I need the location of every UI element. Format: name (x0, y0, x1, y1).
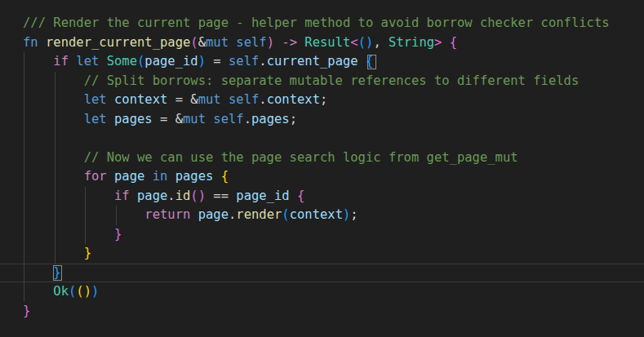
token (23, 227, 114, 242)
token (23, 112, 84, 126)
token: let (84, 92, 114, 107)
token: ) (343, 207, 350, 222)
token (23, 207, 144, 222)
token: self (229, 92, 259, 107)
token: self (229, 54, 259, 69)
token: if (53, 54, 76, 69)
token: // Now we can use the page search logic … (84, 150, 518, 165)
token (442, 35, 449, 50)
token: ( (69, 284, 76, 299)
token (23, 169, 84, 184)
token (23, 150, 84, 165)
code-line[interactable]: } (23, 244, 610, 264)
token: { (450, 35, 457, 50)
code-line[interactable]: let context = &mut self.context; (23, 91, 610, 110)
token (23, 92, 84, 107)
code-line[interactable]: Ok(()) (23, 282, 610, 302)
token (297, 35, 304, 50)
token: . (167, 188, 175, 203)
token: current_page (267, 54, 366, 69)
token: { (297, 188, 304, 203)
token: ( (190, 35, 198, 50)
token: if (114, 188, 137, 203)
token: ) (84, 284, 91, 299)
code-line[interactable]: /// Render the current page - helper met… (23, 14, 610, 33)
token: ; (320, 92, 327, 107)
token: . (259, 92, 266, 107)
token: ) (366, 35, 373, 50)
token (23, 54, 53, 69)
token: = (206, 54, 229, 69)
token: fn (23, 35, 46, 50)
token: ; (350, 207, 358, 222)
token: mut (183, 112, 213, 126)
code-line[interactable]: if let Some(page_id) = self.current_page… (23, 52, 610, 72)
code-line[interactable]: // Now we can use the page search logic … (23, 149, 610, 168)
code-editor[interactable]: /// Render the current page - helper met… (0, 0, 644, 337)
token: < (350, 35, 358, 50)
token: ( (76, 284, 83, 299)
token: ; (290, 112, 297, 126)
code-line[interactable]: } (23, 264, 610, 283)
token: . (259, 54, 266, 69)
token: page (114, 169, 153, 184)
token: & (190, 92, 198, 107)
token: let (84, 112, 114, 126)
token (23, 188, 114, 203)
code-line[interactable]: } (23, 225, 610, 245)
token: mut (206, 35, 236, 50)
token: > (434, 35, 442, 50)
code-line[interactable]: } (23, 302, 610, 321)
token: return (144, 207, 198, 222)
token (23, 284, 53, 299)
token: self (213, 112, 243, 126)
token: } (84, 246, 91, 260)
token: pages (114, 112, 160, 126)
token: ) (198, 188, 206, 203)
token: in (153, 169, 175, 184)
token: page (198, 207, 229, 222)
token: , (373, 35, 389, 50)
token: Some (107, 54, 137, 69)
token (23, 265, 53, 280)
token (23, 73, 84, 88)
code-line[interactable]: let pages = &mut self.pages; (23, 110, 610, 130)
token: self (236, 35, 266, 50)
token: ) (267, 35, 274, 50)
token: Result (304, 35, 350, 50)
token: ( (282, 207, 289, 222)
token: } (53, 265, 60, 280)
token: == (206, 188, 236, 203)
token: String (389, 35, 434, 50)
code-line[interactable]: for page in pages { (23, 167, 610, 187)
token: pages (251, 112, 290, 126)
code-line[interactable]: fn render_current_page(&mut self) -> Res… (23, 33, 610, 53)
token: pages (175, 169, 221, 184)
token: Ok (53, 284, 69, 299)
token: // Split borrows: separate mutable refer… (84, 73, 580, 88)
token: . (244, 112, 251, 126)
token: -> (282, 35, 297, 50)
token: ( (190, 188, 198, 203)
token: } (23, 304, 30, 318)
token: ) (198, 54, 206, 69)
token: { (221, 169, 229, 184)
token: context (114, 92, 175, 107)
code-text-layer: /// Render the current page - helper met… (23, 14, 610, 321)
token: mut (198, 92, 229, 107)
code-line[interactable] (23, 129, 610, 149)
token: ( (137, 54, 144, 69)
token (274, 35, 282, 50)
code-line[interactable]: // Split borrows: separate mutable refer… (23, 72, 610, 91)
token: page (137, 188, 167, 203)
token: render (236, 207, 282, 222)
token: . (229, 207, 236, 222)
token: id (175, 188, 191, 203)
code-line[interactable]: if page.id() == page_id { (23, 187, 610, 206)
token: let (76, 54, 106, 69)
token: } (114, 227, 122, 242)
token: & (198, 35, 206, 50)
code-line[interactable]: return page.render(context); (23, 206, 610, 225)
token: ) (91, 284, 99, 299)
token: { (366, 54, 373, 69)
